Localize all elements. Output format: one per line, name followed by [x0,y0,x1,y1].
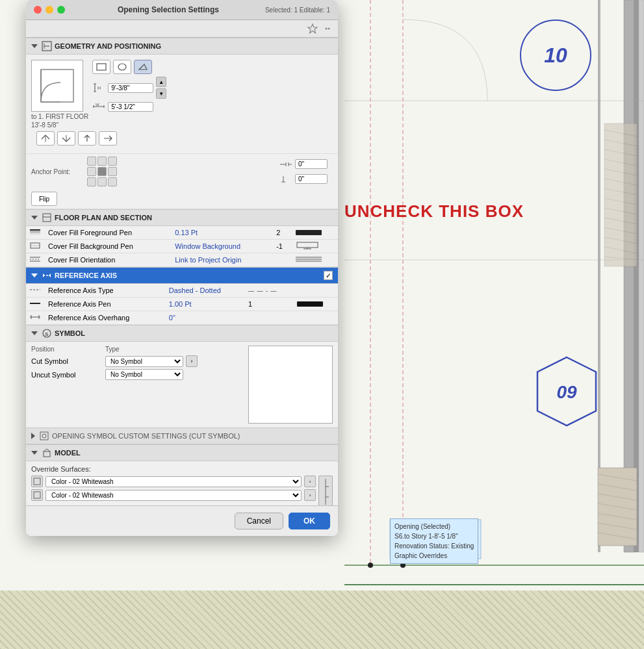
ref-axis-overhang-row[interactable]: Reference Axis Overhang 0" [26,311,338,325]
orient-btn-1[interactable] [36,131,55,146]
anchor-br[interactable] [108,177,117,186]
offset2-icon [279,175,292,183]
ok-button[interactable]: OK [289,513,330,529]
surface2-select[interactable]: Color - 02 Whitewash [45,490,302,501]
surface1-expand-btn[interactable]: › [304,476,316,487]
symbol-section-title: SYMBOL [55,329,85,337]
lines-preview [296,255,322,263]
opening-tooltip: Opening (Selected) S6.to Story 1-8'-5 1/… [390,518,478,564]
anchor-tc[interactable] [97,157,107,166]
anchor-tl[interactable] [87,157,96,166]
svg-line-20 [604,257,637,260]
custom-settings-collapse-icon [31,433,35,439]
cover-fill-fg-name: Cover Fill Foreground Pen [44,226,171,240]
floor-plan-section-header[interactable]: FLOOR PLAN AND SECTION [26,209,338,226]
svg-rect-60 [297,242,318,248]
titlebar: Opening Selection Settings Selected: 1 E… [26,0,338,20]
opening-custom-settings-header[interactable]: OPENING SYMBOL CUSTOM SETTINGS (CUT SYMB… [26,427,338,444]
anchor-bl[interactable] [87,177,96,186]
anchor-mc[interactable] [97,167,107,176]
custom-settings-icon [39,431,49,441]
anchor-tr[interactable] [108,157,117,166]
opening-custom-title: OPENING SYMBOL CUSTOM SETTINGS (CUT SYMB… [52,432,240,440]
height-input[interactable] [108,83,153,93]
cover-fill-orient-name: Cover Fill Orientation [44,253,171,267]
maximize-button[interactable] [57,6,65,14]
cover-fill-orient-row[interactable]: Cover Fill Orientation Link to Project O… [26,253,338,267]
svg-rect-3 [639,0,644,552]
close-button[interactable] [34,6,42,14]
monitor-icon [296,242,322,249]
cut-symbol-select[interactable]: No Symbol [105,356,183,367]
height-up-btn[interactable]: ▲ [156,77,166,87]
cut-symbol-row: Cut Symbol No Symbol › [31,355,243,367]
svg-marker-38 [308,24,317,33]
floor-plan-icon [42,212,52,223]
ref-axis-pen-name: Reference Axis Pen [44,298,165,311]
anchor-bc[interactable] [97,177,107,186]
minimize-button[interactable] [45,6,53,14]
svg-line-12 [604,179,637,185]
svg-line-10 [604,159,637,166]
rect-shape-btn[interactable] [92,60,110,74]
symbol-section-header[interactable]: S SYMBOL [26,325,338,342]
symbol-content: Position Type Cut Symbol No Symbol › Unc… [26,342,338,427]
offset2-input[interactable] [295,174,328,184]
geometry-section-header[interactable]: GEOMETRY AND POSITIONING [26,38,338,55]
svg-line-9 [604,149,637,156]
geometry-section-title: GEOMETRY AND POSITIONING [55,42,161,50]
cover-fill-bg-row[interactable]: Cover Fill Background Pen Window Backgro… [26,240,338,253]
cover-fill-orient-lines [292,253,338,267]
cover-fill-orient-num [272,253,292,267]
uncut-symbol-select[interactable]: No Symbol [105,369,183,380]
ref-axis-type-icon [30,286,40,294]
orient-btn-3[interactable] [78,131,96,146]
svg-line-13 [604,188,637,195]
cover-fill-fg-row[interactable]: Cover Fill Foreground Pen 0.13 Pt 2 [26,226,338,240]
more-icon[interactable] [321,23,331,34]
offset1-input[interactable] [295,159,328,169]
row-icon-fg [30,228,40,236]
svg-rect-47 [97,64,106,70]
flip-button[interactable]: Flip [31,192,57,206]
reference-axis-checkbox[interactable] [324,271,333,280]
symbol-icon: S [42,328,52,338]
reference-axis-table: Reference Axis Type Dashed - Dotted — — … [26,284,338,325]
ref-axis-pen-preview [293,298,338,311]
circle-shape-btn[interactable] [113,60,131,74]
uncut-symbol-label: Uncut Symbol [31,371,103,379]
model-collapse-icon [31,451,38,455]
surface-row-1: Color - 02 Whitewash › [31,476,316,487]
svg-rect-1 [624,0,637,552]
reference-axis-section-header[interactable]: REFERENCE AXIS [26,267,338,284]
link-surfaces-btn[interactable] [318,476,333,505]
surface1-select[interactable]: Color - 02 Whitewash [45,476,302,487]
override-surfaces-label: Override Surfaces: [31,465,333,473]
surface2-icon [31,489,43,501]
model-section-title: MODEL [55,449,81,457]
ref-axis-type-row[interactable]: Reference Axis Type Dashed - Dotted — — … [26,284,338,298]
ref-axis-pen-row[interactable]: Reference Axis Pen 1.00 Pt 1 [26,298,338,311]
width-input[interactable] [108,102,153,112]
orient-btn-2[interactable] [57,131,75,146]
orient-btn-4[interactable] [99,131,117,146]
favorite-icon[interactable] [307,23,318,34]
dimension-label: 13'-8 5/8" [31,121,88,129]
surface-row-2: Color - 02 Whitewash › [31,489,316,501]
model-section-header[interactable]: MODEL [26,444,338,461]
surface2-expand-btn[interactable]: › [304,489,316,501]
ref-axis-icon [42,270,52,281]
svg-text:09: 09 [556,382,577,402]
height-down-btn[interactable]: ▼ [156,88,166,99]
cut-symbol-expand-btn[interactable]: › [186,355,198,367]
model-content: Override Surfaces: Color - 02 Whitewash … [26,461,338,505]
anchor-mr[interactable] [108,167,117,176]
angled-shape-btn[interactable] [134,60,152,74]
cut-symbol-label: Cut Symbol [31,357,103,365]
svg-rect-53 [43,214,51,222]
svg-rect-6 [604,123,637,266]
anchor-grid [87,157,117,186]
anchor-ml[interactable] [87,167,96,176]
shape-buttons [92,60,333,74]
cancel-button[interactable]: Cancel [235,513,283,529]
